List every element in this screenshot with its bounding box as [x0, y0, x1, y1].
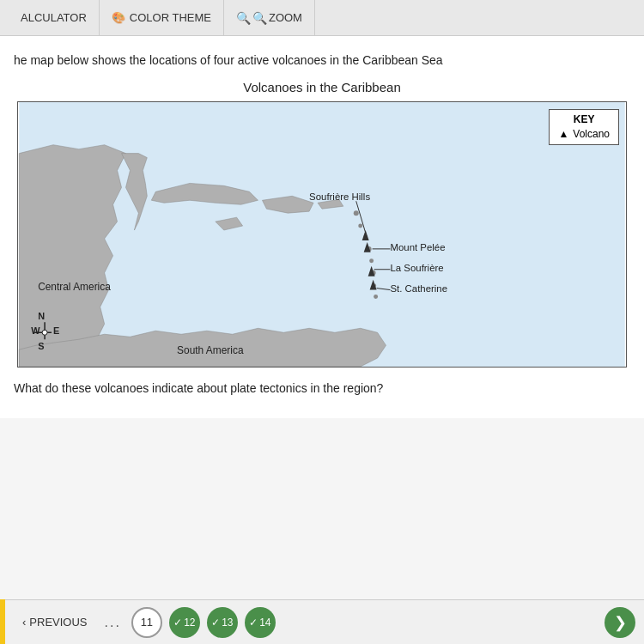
- page-button-11[interactable]: 11: [131, 607, 162, 638]
- mount-pelee-text: Mount Pelée: [390, 242, 445, 252]
- soufriere-hills-text: Soufrière Hills: [309, 191, 370, 202]
- color-theme-nav-item[interactable]: 🎨 COLOR THEME: [100, 0, 224, 35]
- calculator-label: ALCULATOR: [21, 11, 87, 24]
- svg-text:S: S: [38, 341, 44, 351]
- previous-button[interactable]: ‹ PREVIOUS: [15, 616, 94, 629]
- check-icon-13: ✓: [211, 617, 220, 629]
- next-chevron-icon: ❯: [614, 613, 627, 632]
- bottom-navigation: ‹ PREVIOUS ... 11 ✓ 12 ✓ 13 ✓ 14 ❯: [0, 599, 644, 644]
- map-container: Central America South America Soufrière …: [17, 101, 627, 368]
- svg-text:N: N: [38, 311, 45, 321]
- check-icon-12: ✓: [173, 617, 182, 629]
- key-volcano-item: ▲ Volcano: [558, 128, 610, 140]
- south-america-label: South America: [177, 344, 244, 356]
- intro-text: he map below shows the locations of four…: [14, 52, 630, 70]
- volcano-symbol: ▲: [558, 128, 568, 140]
- zoom-out-icon[interactable]: 🔍: [236, 11, 251, 25]
- prev-chevron-icon: ‹: [22, 616, 26, 629]
- page-14-label: 14: [259, 617, 270, 629]
- svg-point-5: [369, 258, 374, 263]
- yellow-accent-bar: [0, 599, 5, 644]
- svg-rect-0: [19, 102, 624, 367]
- calculator-nav-item[interactable]: ALCULATOR: [9, 0, 100, 35]
- main-content: he map below shows the locations of four…: [0, 36, 644, 418]
- page-button-13[interactable]: ✓ 13: [207, 607, 238, 638]
- volcano-key-label: Volcano: [573, 128, 610, 140]
- previous-label: PREVIOUS: [29, 616, 87, 629]
- svg-point-1: [354, 210, 359, 216]
- page-button-14[interactable]: ✓ 14: [245, 607, 276, 638]
- page-12-label: 12: [184, 617, 195, 629]
- top-navigation-bar: ALCULATOR 🎨 COLOR THEME 🔍 🔍 ZOOM: [0, 0, 644, 36]
- svg-point-8: [374, 295, 378, 299]
- svg-point-2: [358, 224, 362, 228]
- map-key-box: KEY ▲ Volcano: [549, 109, 619, 145]
- svg-point-23: [42, 330, 47, 335]
- st-catherine-text: St. Catherine: [390, 283, 447, 294]
- question-text: What do these volcanoes indicate about p…: [14, 380, 630, 398]
- page-13-label: 13: [222, 617, 233, 629]
- central-america-label: Central America: [38, 281, 111, 293]
- key-title: KEY: [558, 113, 610, 125]
- zoom-label: ZOOM: [269, 11, 302, 24]
- check-icon-14: ✓: [249, 617, 258, 629]
- la-soufriere-text: La Soufrière: [390, 263, 443, 273]
- color-theme-label: COLOR THEME: [130, 11, 211, 24]
- zoom-nav-item[interactable]: 🔍 🔍 ZOOM: [224, 0, 315, 35]
- zoom-in-icon[interactable]: 🔍: [252, 11, 267, 25]
- svg-text:W: W: [31, 325, 40, 336]
- map-title: Volcanoes in the Caribbean: [14, 80, 630, 94]
- color-theme-icon: 🎨: [112, 11, 125, 24]
- svg-text:E: E: [53, 325, 59, 336]
- page-dots: ...: [101, 615, 125, 630]
- page-11-label: 11: [141, 616, 153, 629]
- page-button-12[interactable]: ✓ 12: [169, 607, 200, 638]
- next-arrow-button[interactable]: ❯: [605, 607, 635, 638]
